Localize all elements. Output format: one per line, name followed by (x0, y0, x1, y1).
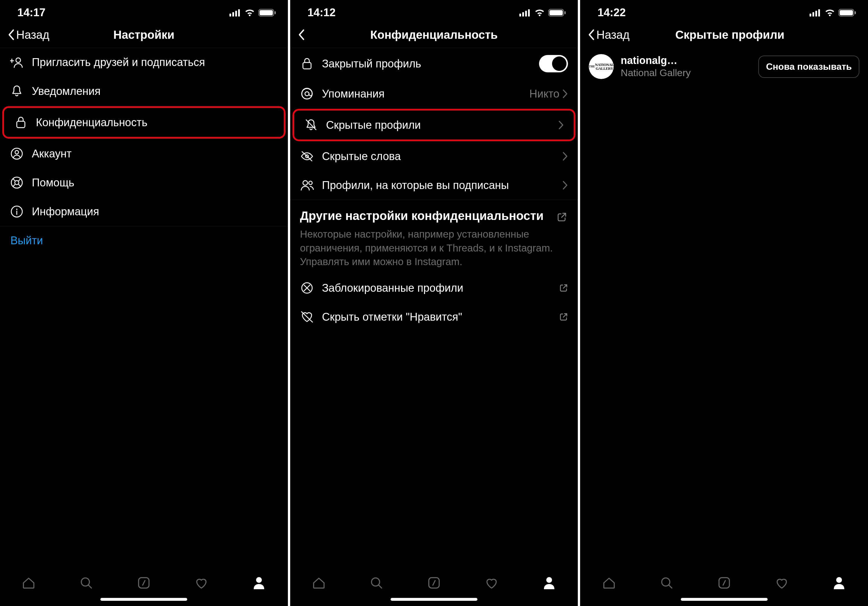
nav-bar: Назад Настройки (0, 22, 288, 48)
row-label: Аккаунт (32, 147, 278, 160)
page-title: Настройки (113, 28, 174, 41)
screen-settings: 14:17 Назад Настройки Пригласить друзей … (0, 0, 288, 606)
tab-create[interactable] (136, 575, 152, 591)
home-indicator[interactable] (101, 598, 187, 601)
signal-icon (229, 9, 241, 17)
tab-activity[interactable] (774, 575, 790, 591)
tab-profile[interactable] (541, 575, 557, 591)
highlight-privacy: Конфиденциальность (2, 106, 285, 139)
signal-icon (519, 9, 531, 17)
chevron-right-icon (562, 180, 568, 190)
nav-bar: Конфиденциальность (290, 22, 578, 48)
profile-row[interactable]: THE NATIONALGALLERY nationalg… National … (580, 48, 868, 85)
chevron-right-icon (562, 151, 568, 161)
row-private-profile[interactable]: Закрытый профиль (290, 48, 578, 79)
svg-rect-20 (525, 11, 527, 17)
avatar: THE NATIONALGALLERY (589, 54, 614, 79)
svg-rect-21 (528, 9, 530, 17)
svg-rect-41 (855, 11, 856, 14)
tab-home[interactable] (311, 575, 327, 591)
svg-rect-18 (519, 14, 521, 17)
back-button[interactable]: Назад (587, 28, 629, 41)
tab-search[interactable] (368, 575, 384, 591)
back-button[interactable]: Назад (7, 28, 50, 41)
svg-rect-35 (809, 14, 811, 17)
row-account[interactable]: Аккаунт (0, 139, 288, 168)
logout-button[interactable]: Выйти (0, 226, 288, 255)
status-time: 14:22 (597, 6, 626, 19)
lock-icon (14, 116, 28, 129)
profile-fullname: National Gallery (621, 67, 752, 79)
svg-point-34 (546, 577, 552, 583)
row-label: Скрытые слова (322, 150, 554, 163)
row-label: Конфиденциальность (36, 116, 274, 129)
external-link-icon (559, 284, 568, 292)
svg-rect-19 (522, 12, 524, 17)
tab-bar (580, 568, 868, 594)
show-again-button[interactable]: Снова показывать (758, 56, 859, 78)
section-other-privacy[interactable]: Другие настройки конфиденциальности Неко… (290, 200, 578, 273)
svg-rect-3 (238, 9, 240, 17)
row-label: Скрыть отметки "Нравится" (322, 311, 552, 323)
row-hide-likes[interactable]: Скрыть отметки "Нравится" (290, 302, 578, 332)
row-privacy[interactable]: Конфиденциальность (4, 108, 284, 137)
page-title: Конфиденциальность (370, 28, 498, 41)
tab-activity[interactable] (484, 575, 500, 591)
status-bar: 14:22 (580, 0, 868, 22)
tab-profile[interactable] (251, 575, 267, 591)
back-button[interactable] (297, 29, 305, 40)
row-profiles-followed[interactable]: Профили, на которые вы подписаны (290, 171, 578, 200)
users-icon (300, 180, 314, 191)
tab-bar (290, 568, 578, 594)
row-hidden-words[interactable]: Скрытые слова (290, 142, 578, 171)
status-bar: 14:17 (0, 0, 288, 22)
row-label: Пригласить друзей и подписаться (32, 56, 278, 68)
row-label: Профили, на которые вы подписаны (322, 179, 554, 192)
svg-rect-5 (260, 10, 273, 15)
svg-point-27 (305, 92, 309, 96)
svg-point-17 (256, 577, 262, 583)
back-label: Назад (596, 28, 629, 41)
row-hidden-profiles[interactable]: Скрытые профили (294, 110, 574, 139)
wifi-icon (824, 9, 835, 17)
chevron-left-icon (297, 29, 305, 40)
wifi-icon (244, 9, 256, 17)
tab-create[interactable] (716, 575, 732, 591)
tab-home[interactable] (20, 575, 37, 591)
tab-activity[interactable] (193, 575, 209, 591)
block-icon (300, 282, 314, 294)
home-indicator[interactable] (391, 598, 477, 601)
row-notifications[interactable]: Уведомления (0, 77, 288, 105)
info-icon (10, 206, 24, 218)
tab-profile[interactable] (831, 575, 847, 591)
life-ring-icon (10, 177, 24, 189)
svg-point-29 (303, 181, 308, 185)
lock-icon (300, 57, 314, 70)
screen-privacy: 14:12 Конфиденциальность Закрытый профил… (290, 0, 578, 606)
home-indicator[interactable] (681, 598, 767, 601)
svg-point-10 (15, 150, 19, 154)
status-indicators (229, 9, 276, 17)
profile-username: nationalg… (621, 54, 752, 67)
tab-home[interactable] (601, 575, 617, 591)
add-user-icon (10, 57, 24, 68)
toggle-private-profile[interactable] (539, 55, 568, 72)
privacy-list: Закрытый профиль Упоминания Никто Скрыты… (290, 48, 578, 568)
avatar-text: NATIONALGALLERY (595, 63, 614, 70)
at-icon (300, 88, 314, 100)
row-info[interactable]: Информация (0, 197, 288, 226)
svg-rect-1 (232, 12, 234, 17)
tab-create[interactable] (426, 575, 442, 591)
tab-search[interactable] (78, 575, 94, 591)
tab-search[interactable] (659, 575, 675, 591)
svg-rect-2 (235, 11, 237, 17)
bell-off-icon (304, 119, 318, 132)
tab-bar (0, 568, 288, 594)
row-invite-friends[interactable]: Пригласить друзей и подписаться (0, 48, 288, 77)
hidden-profiles-list: THE NATIONALGALLERY nationalg… National … (580, 48, 868, 568)
row-help[interactable]: Помощь (0, 168, 288, 197)
svg-rect-38 (818, 9, 820, 17)
status-indicators (809, 9, 856, 17)
row-blocked[interactable]: Заблокированные профили (290, 273, 578, 302)
row-mentions[interactable]: Упоминания Никто (290, 79, 578, 108)
